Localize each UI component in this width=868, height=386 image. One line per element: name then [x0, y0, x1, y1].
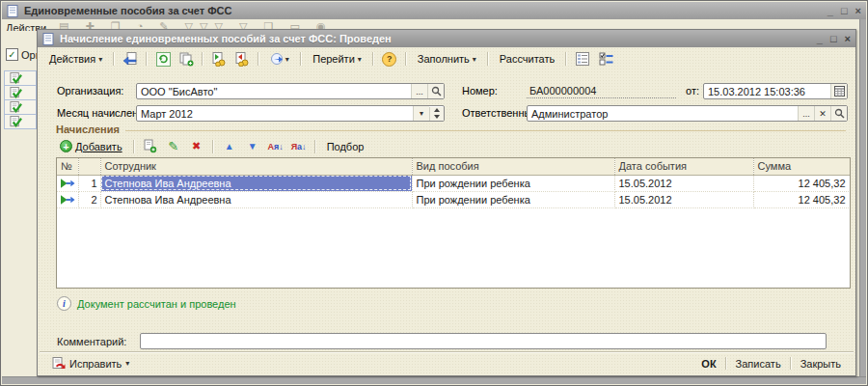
send-button[interactable]: ▾	[264, 49, 295, 69]
col-header-employee[interactable]: Сотрудник	[100, 158, 412, 175]
calendar-button[interactable]	[830, 84, 847, 98]
save-button[interactable]: Записать	[729, 355, 788, 372]
settings-flags-button[interactable]	[595, 49, 616, 69]
document-status: i Документ рассчитан и проведен	[57, 296, 236, 311]
month-spinner[interactable]	[429, 107, 444, 121]
edit-row-button[interactable]: ✎	[163, 137, 184, 156]
maximize-icon[interactable]: □	[841, 5, 848, 16]
add-row-button[interactable]: + Добавить	[54, 137, 128, 155]
dialog-titlebar[interactable]: Начисление единовременных пособий за сче…	[38, 30, 855, 47]
dialog-maximize-icon[interactable]: □	[830, 33, 837, 44]
open-button[interactable]	[830, 106, 847, 121]
delete-row-button[interactable]: ✖	[186, 137, 207, 156]
post-document-button[interactable]	[120, 49, 141, 69]
goto-button[interactable]: Перейти▾	[307, 50, 367, 68]
col-header-num[interactable]: №	[57, 158, 78, 175]
col-header-sum[interactable]: Сумма	[753, 158, 850, 175]
fill-button[interactable]: Заполнить▾	[412, 50, 482, 68]
main-window-title: Единовременные пособия за счет ФСС	[24, 5, 232, 16]
accruals-section-title: Начисления	[56, 124, 120, 135]
sort-asc-button[interactable]: Ая↓	[265, 137, 286, 156]
responsible-field[interactable]: Администратор ... ✕	[527, 105, 848, 122]
row-marker-cell	[57, 191, 78, 207]
toolbar-separator	[300, 52, 302, 66]
close-button[interactable]: Закрыть	[794, 355, 848, 372]
move-up-button[interactable]: ▲	[219, 137, 240, 156]
spinner-up-icon[interactable]	[430, 107, 444, 114]
organization-field[interactable]: ООО "БисАвто" ...	[136, 83, 445, 99]
table-row[interactable]: 2 Степнова Ива Андреевна При рождении ре…	[57, 191, 850, 207]
row-number[interactable]: 1	[78, 175, 100, 191]
document-icon	[42, 33, 55, 45]
checkbox-check-icon: ✓	[6, 48, 18, 61]
screen: Единовременные пособия за счет ФСС _ □ ×…	[0, 0, 868, 386]
table-row[interactable]: 1 Степнова Ива Андреевна При рождении ре…	[57, 175, 850, 191]
pencil-icon: ✎	[168, 139, 178, 153]
help-button[interactable]: ?	[379, 49, 400, 69]
organization-filter-checkbox[interactable]: ✓ Орга	[6, 48, 37, 61]
clear-button[interactable]: ✕	[814, 106, 830, 121]
dropdown-button[interactable]: ▾	[413, 106, 429, 121]
comment-row: Комментарий:	[57, 333, 846, 349]
ellipsis-button[interactable]: ...	[798, 106, 814, 121]
cell-employee-selected[interactable]: Степнова Ива Андреевна	[100, 175, 412, 191]
number-label: Номер:	[462, 83, 498, 99]
ok-button[interactable]: ОК	[694, 355, 722, 372]
table-header-row[interactable]: № Сотрудник Вид пособия Дата события Сум…	[57, 158, 850, 175]
dialog-minimize-icon[interactable]: _	[817, 33, 823, 44]
cell-employee[interactable]: Степнова Ива Андреевна	[100, 191, 412, 207]
cell-benefit[interactable]: При рождении ребенка	[412, 191, 614, 207]
sort-asc-icon: Ая↓	[267, 142, 283, 152]
list-item[interactable]	[4, 86, 37, 100]
dialog-close-icon[interactable]: ×	[845, 33, 851, 44]
list-item[interactable]	[4, 100, 37, 115]
copy-row-button[interactable]	[140, 137, 161, 156]
cell-date[interactable]: 15.05.2012	[614, 175, 753, 191]
open-button[interactable]	[427, 84, 444, 98]
toolbar-separator	[372, 52, 374, 66]
fix-button[interactable]: Исправить ▾	[45, 354, 136, 372]
accruals-table[interactable]: № Сотрудник Вид пособия Дата события Сум…	[56, 157, 851, 289]
post-document-icon	[122, 52, 138, 66]
reread-button[interactable]	[152, 49, 174, 69]
comment-input[interactable]	[140, 333, 827, 349]
cell-sum[interactable]: 12 405,32	[753, 191, 850, 207]
move-down-button[interactable]: ▼	[242, 137, 263, 156]
cell-sum[interactable]: 12 405,32	[753, 175, 850, 191]
col-header-date[interactable]: Дата события	[614, 158, 753, 175]
accrual-month-field[interactable]: Март 2012 ▾	[136, 105, 445, 122]
arrow-down-icon: ▼	[248, 141, 258, 152]
sort-desc-button[interactable]: Яа↓	[288, 137, 310, 156]
postings-off-button[interactable]	[231, 49, 253, 69]
close-icon[interactable]: ×	[855, 5, 861, 16]
document-dialog: Начисление единовременных пособий за сче…	[37, 29, 856, 376]
row-number[interactable]: 2	[78, 191, 100, 207]
copy-plus-icon	[143, 139, 157, 153]
cell-benefit[interactable]: При рождении ребенка	[412, 175, 614, 191]
col-header-blank[interactable]	[78, 158, 100, 175]
calculate-button[interactable]: Рассчитать	[494, 50, 560, 68]
pick-button[interactable]: Подбор	[321, 138, 370, 155]
postings-on-button[interactable]	[208, 49, 230, 69]
main-window-titlebar[interactable]: Единовременные пособия за счет ФСС _ □ ×	[2, 2, 866, 19]
minimize-icon[interactable]: _	[827, 5, 833, 16]
document-structure-button[interactable]	[572, 49, 593, 69]
toolbar-separator	[565, 52, 567, 66]
spinner-down-icon[interactable]	[430, 114, 444, 121]
col-header-benefit[interactable]: Вид пособия	[412, 158, 614, 175]
add-icon: +	[60, 140, 72, 152]
magnifier-icon	[834, 108, 845, 119]
cell-date[interactable]: 15.05.2012	[614, 191, 753, 207]
list-item[interactable]	[4, 115, 37, 129]
actions-button[interactable]: Действия▾	[43, 50, 108, 68]
number-field[interactable]: БА000000004	[527, 83, 676, 98]
background-document-list[interactable]	[4, 70, 37, 372]
date-field[interactable]: 15.03.2012 15:03:36	[703, 83, 848, 99]
copy-document-button[interactable]	[176, 49, 197, 69]
ellipsis-button[interactable]: ...	[411, 84, 427, 98]
date-value: 15.03.2012 15:03:36	[704, 86, 830, 97]
accruals-section-header: Начисления	[56, 124, 846, 135]
list-item[interactable]	[4, 70, 37, 86]
document-icon	[7, 5, 19, 17]
window-frame-bottom	[2, 376, 866, 384]
